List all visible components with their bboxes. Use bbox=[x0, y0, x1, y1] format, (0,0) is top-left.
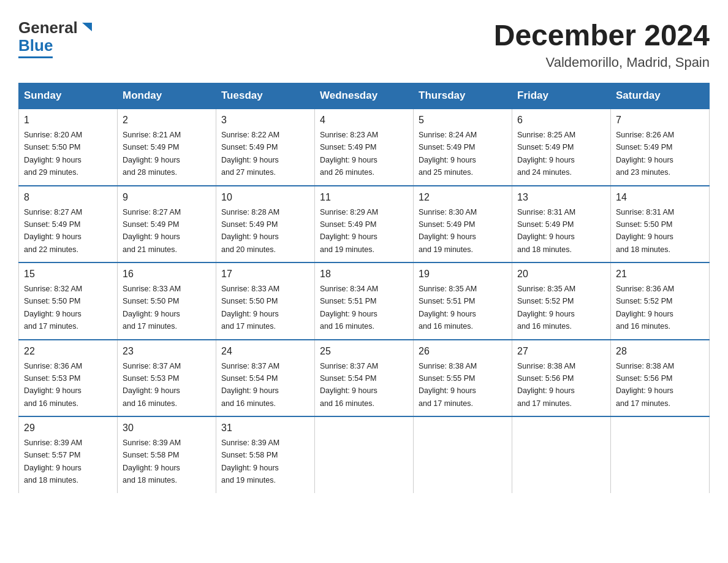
day-number: 30 bbox=[123, 421, 211, 435]
col-monday: Monday bbox=[118, 83, 216, 109]
table-row: 14 Sunrise: 8:31 AMSunset: 5:50 PMDaylig… bbox=[611, 186, 710, 263]
table-row: 25 Sunrise: 8:37 AMSunset: 5:54 PMDaylig… bbox=[315, 340, 414, 417]
table-row: 24 Sunrise: 8:37 AMSunset: 5:54 PMDaylig… bbox=[216, 340, 315, 417]
day-info: Sunrise: 8:36 AMSunset: 5:52 PMDaylight:… bbox=[616, 285, 674, 331]
col-sunday: Sunday bbox=[19, 83, 118, 109]
day-info: Sunrise: 8:38 AMSunset: 5:55 PMDaylight:… bbox=[419, 362, 477, 408]
day-number: 9 bbox=[123, 190, 211, 205]
day-info: Sunrise: 8:37 AMSunset: 5:53 PMDaylight:… bbox=[123, 362, 181, 408]
month-title: December 2024 bbox=[494, 18, 710, 52]
day-info: Sunrise: 8:25 AMSunset: 5:49 PMDaylight:… bbox=[517, 131, 575, 177]
day-info: Sunrise: 8:27 AMSunset: 5:49 PMDaylight:… bbox=[123, 208, 181, 254]
svg-marker-0 bbox=[82, 23, 92, 31]
table-row: 4 Sunrise: 8:23 AMSunset: 5:49 PMDayligh… bbox=[315, 109, 414, 186]
table-row: 6 Sunrise: 8:25 AMSunset: 5:49 PMDayligh… bbox=[512, 109, 611, 186]
calendar-table: Sunday Monday Tuesday Wednesday Thursday… bbox=[18, 83, 710, 493]
table-row bbox=[611, 416, 710, 493]
table-row: 23 Sunrise: 8:37 AMSunset: 5:53 PMDaylig… bbox=[118, 340, 216, 417]
day-info: Sunrise: 8:31 AMSunset: 5:50 PMDaylight:… bbox=[616, 208, 674, 254]
table-row: 10 Sunrise: 8:28 AMSunset: 5:49 PMDaylig… bbox=[216, 186, 315, 263]
table-row: 13 Sunrise: 8:31 AMSunset: 5:49 PMDaylig… bbox=[512, 186, 611, 263]
table-row: 8 Sunrise: 8:27 AMSunset: 5:49 PMDayligh… bbox=[19, 186, 118, 263]
logo-triangle-icon bbox=[80, 20, 93, 36]
day-number: 8 bbox=[24, 190, 112, 205]
day-number: 31 bbox=[221, 421, 309, 435]
day-info: Sunrise: 8:20 AMSunset: 5:50 PMDaylight:… bbox=[24, 131, 82, 177]
table-row: 16 Sunrise: 8:33 AMSunset: 5:50 PMDaylig… bbox=[118, 262, 216, 340]
day-info: Sunrise: 8:39 AMSunset: 5:58 PMDaylight:… bbox=[221, 439, 279, 484]
day-number: 20 bbox=[517, 267, 605, 282]
day-info: Sunrise: 8:28 AMSunset: 5:49 PMDaylight:… bbox=[221, 208, 279, 254]
day-number: 22 bbox=[24, 344, 112, 359]
week-row: 1 Sunrise: 8:20 AMSunset: 5:50 PMDayligh… bbox=[19, 109, 710, 186]
col-wednesday: Wednesday bbox=[315, 83, 414, 109]
day-number: 3 bbox=[221, 113, 309, 128]
day-info: Sunrise: 8:24 AMSunset: 5:49 PMDaylight:… bbox=[419, 131, 477, 177]
table-row: 11 Sunrise: 8:29 AMSunset: 5:49 PMDaylig… bbox=[315, 186, 414, 263]
day-info: Sunrise: 8:21 AMSunset: 5:49 PMDaylight:… bbox=[123, 131, 181, 177]
day-info: Sunrise: 8:27 AMSunset: 5:49 PMDaylight:… bbox=[24, 208, 82, 254]
day-number: 1 bbox=[24, 113, 112, 128]
table-row: 30 Sunrise: 8:39 AMSunset: 5:58 PMDaylig… bbox=[118, 416, 216, 493]
table-row: 18 Sunrise: 8:34 AMSunset: 5:51 PMDaylig… bbox=[315, 262, 414, 340]
day-number: 28 bbox=[616, 344, 704, 359]
page-header: General Blue December 2024 Valdemorillo,… bbox=[18, 18, 710, 71]
day-number: 29 bbox=[24, 421, 112, 435]
day-number: 10 bbox=[221, 190, 309, 205]
day-info: Sunrise: 8:32 AMSunset: 5:50 PMDaylight:… bbox=[24, 285, 82, 331]
day-number: 7 bbox=[616, 113, 704, 128]
day-info: Sunrise: 8:39 AMSunset: 5:58 PMDaylight:… bbox=[123, 439, 181, 484]
day-info: Sunrise: 8:38 AMSunset: 5:56 PMDaylight:… bbox=[517, 362, 575, 408]
day-number: 11 bbox=[320, 190, 408, 205]
day-number: 25 bbox=[320, 344, 408, 359]
day-info: Sunrise: 8:26 AMSunset: 5:49 PMDaylight:… bbox=[616, 131, 674, 177]
day-info: Sunrise: 8:29 AMSunset: 5:49 PMDaylight:… bbox=[320, 208, 378, 254]
table-row: 19 Sunrise: 8:35 AMSunset: 5:51 PMDaylig… bbox=[414, 262, 512, 340]
week-row: 15 Sunrise: 8:32 AMSunset: 5:50 PMDaylig… bbox=[19, 262, 710, 340]
table-row: 9 Sunrise: 8:27 AMSunset: 5:49 PMDayligh… bbox=[118, 186, 216, 263]
day-info: Sunrise: 8:34 AMSunset: 5:51 PMDaylight:… bbox=[320, 285, 378, 331]
day-info: Sunrise: 8:39 AMSunset: 5:57 PMDaylight:… bbox=[24, 439, 82, 484]
table-row: 29 Sunrise: 8:39 AMSunset: 5:57 PMDaylig… bbox=[19, 416, 118, 493]
logo: General Blue bbox=[18, 18, 93, 58]
col-saturday: Saturday bbox=[611, 83, 710, 109]
day-info: Sunrise: 8:36 AMSunset: 5:53 PMDaylight:… bbox=[24, 362, 82, 408]
location-title: Valdemorillo, Madrid, Spain bbox=[494, 55, 710, 71]
day-number: 19 bbox=[419, 267, 507, 282]
day-info: Sunrise: 8:35 AMSunset: 5:52 PMDaylight:… bbox=[517, 285, 575, 331]
day-info: Sunrise: 8:33 AMSunset: 5:50 PMDaylight:… bbox=[123, 285, 181, 331]
table-row bbox=[414, 416, 512, 493]
table-row: 5 Sunrise: 8:24 AMSunset: 5:49 PMDayligh… bbox=[414, 109, 512, 186]
day-number: 6 bbox=[517, 113, 605, 128]
week-row: 29 Sunrise: 8:39 AMSunset: 5:57 PMDaylig… bbox=[19, 416, 710, 493]
day-number: 18 bbox=[320, 267, 408, 282]
col-thursday: Thursday bbox=[414, 83, 512, 109]
day-number: 21 bbox=[616, 267, 704, 282]
logo-blue: Blue bbox=[18, 36, 53, 58]
day-info: Sunrise: 8:37 AMSunset: 5:54 PMDaylight:… bbox=[320, 362, 378, 408]
table-row: 27 Sunrise: 8:38 AMSunset: 5:56 PMDaylig… bbox=[512, 340, 611, 417]
days-of-week-row: Sunday Monday Tuesday Wednesday Thursday… bbox=[19, 83, 710, 109]
day-number: 2 bbox=[123, 113, 211, 128]
table-row: 2 Sunrise: 8:21 AMSunset: 5:49 PMDayligh… bbox=[118, 109, 216, 186]
day-info: Sunrise: 8:33 AMSunset: 5:50 PMDaylight:… bbox=[221, 285, 279, 331]
table-row bbox=[512, 416, 611, 493]
logo-general: General bbox=[18, 18, 78, 37]
table-row: 12 Sunrise: 8:30 AMSunset: 5:49 PMDaylig… bbox=[414, 186, 512, 263]
table-row: 1 Sunrise: 8:20 AMSunset: 5:50 PMDayligh… bbox=[19, 109, 118, 186]
day-number: 12 bbox=[419, 190, 507, 205]
week-row: 22 Sunrise: 8:36 AMSunset: 5:53 PMDaylig… bbox=[19, 340, 710, 417]
col-tuesday: Tuesday bbox=[216, 83, 315, 109]
day-number: 13 bbox=[517, 190, 605, 205]
day-number: 15 bbox=[24, 267, 112, 282]
table-row: 3 Sunrise: 8:22 AMSunset: 5:49 PMDayligh… bbox=[216, 109, 315, 186]
day-number: 24 bbox=[221, 344, 309, 359]
day-number: 5 bbox=[419, 113, 507, 128]
day-number: 23 bbox=[123, 344, 211, 359]
table-row: 28 Sunrise: 8:38 AMSunset: 5:56 PMDaylig… bbox=[611, 340, 710, 417]
table-row: 26 Sunrise: 8:38 AMSunset: 5:55 PMDaylig… bbox=[414, 340, 512, 417]
day-info: Sunrise: 8:31 AMSunset: 5:49 PMDaylight:… bbox=[517, 208, 575, 254]
col-friday: Friday bbox=[512, 83, 611, 109]
table-row: 31 Sunrise: 8:39 AMSunset: 5:58 PMDaylig… bbox=[216, 416, 315, 493]
day-info: Sunrise: 8:30 AMSunset: 5:49 PMDaylight:… bbox=[419, 208, 477, 254]
